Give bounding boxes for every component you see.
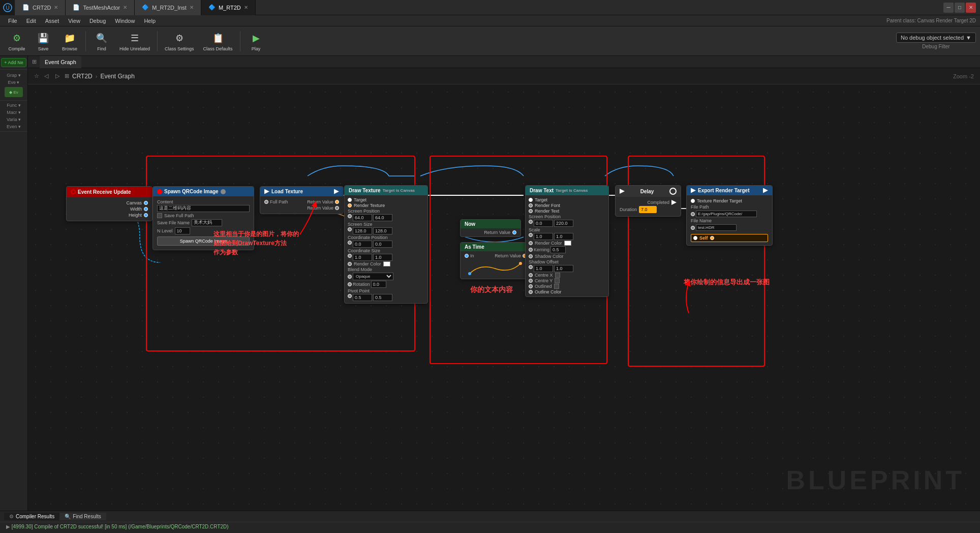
sidebar-varia-label[interactable]: Varia ▾: [1, 116, 26, 123]
tab-mrt2dinst[interactable]: 🔷 M_RT2D_Inst ✕: [135, 0, 201, 15]
zoom-indicator: Zoom -2: [953, 73, 974, 79]
render-color-swatch[interactable]: [383, 261, 390, 266]
hide-unrelated-icon: ☰: [128, 31, 142, 45]
breadcrumb-root[interactable]: CRT2D: [72, 73, 93, 80]
save-button[interactable]: 💾 Save: [30, 29, 56, 53]
hide-unrelated-button[interactable]: ☰ Hide Unrelated: [115, 29, 154, 53]
now-node[interactable]: Now Return Value: [460, 219, 521, 237]
spawn-left-pin: [157, 189, 162, 194]
parent-class-label: Parent class: Canvas Render Target 2D: [886, 18, 976, 23]
kerning-input[interactable]: [550, 246, 566, 253]
menu-window[interactable]: Window: [111, 17, 139, 25]
grid-icon: ⊞: [32, 58, 37, 65]
menu-asset[interactable]: Asset: [41, 17, 64, 25]
favorite-star-icon[interactable]: ☆: [34, 73, 39, 79]
pivot-x[interactable]: [353, 294, 372, 301]
export-render-target-node[interactable]: Export Render Target Texture Render Targ…: [686, 185, 773, 246]
tab-close4[interactable]: ✕: [244, 5, 248, 10]
outlined-checkbox[interactable]: [554, 284, 559, 289]
file-path-input[interactable]: [696, 211, 757, 217]
delay-node[interactable]: Delay Completed Duration: [615, 185, 681, 217]
coord-size-x[interactable]: [353, 254, 372, 261]
sidebar-even-label[interactable]: Even ▾: [1, 123, 26, 130]
minimize-button[interactable]: ─: [943, 3, 954, 13]
nlevel-input[interactable]: [175, 227, 190, 234]
compile-button[interactable]: ⚙ Compile: [4, 29, 29, 53]
close-button[interactable]: ✕: [966, 3, 976, 13]
menu-debug[interactable]: Debug: [85, 17, 110, 25]
save-file-name-input[interactable]: [192, 219, 222, 226]
blend-mode-select[interactable]: Opaque: [353, 273, 393, 280]
duration-input[interactable]: [639, 206, 657, 213]
pivot-y[interactable]: [373, 294, 392, 301]
menu-help[interactable]: Help: [140, 17, 160, 25]
dt-screen-pos-y[interactable]: [554, 220, 573, 227]
tab-close3[interactable]: ✕: [190, 5, 194, 10]
find-button[interactable]: 🔍 Find: [89, 29, 114, 53]
coord-pos-y[interactable]: [373, 241, 392, 248]
compile-log: [4999.30] Compile of CRT2D successful! […: [12, 524, 229, 529]
class-settings-button[interactable]: ⚙ Class Settings: [161, 29, 198, 53]
draw-texture-node[interactable]: Draw Texture Target is Canvas Target Ren…: [344, 185, 428, 304]
event-receive-update-node[interactable]: ⬡ Event Receive Update Canvas Width Heig…: [66, 186, 152, 221]
browse-button[interactable]: 📁 Browse: [57, 29, 82, 53]
sidebar-func-label[interactable]: Func ▾: [1, 102, 26, 109]
sidebar-macr-label[interactable]: Macr ▾: [1, 109, 26, 116]
shadow-x[interactable]: [534, 265, 553, 272]
save-full-path-checkbox[interactable]: [157, 213, 162, 218]
sidebar-ev-label[interactable]: Eve ▾: [1, 79, 26, 86]
screen-size-y[interactable]: [373, 227, 392, 234]
play-icon: ▶: [249, 31, 263, 45]
screen-pos-x[interactable]: [353, 214, 372, 221]
draw-text-node[interactable]: Draw Text Target is Canvas Target Render…: [525, 185, 609, 297]
find-results-tab[interactable]: 🔍 Find Results: [59, 513, 106, 520]
debug-dropdown[interactable]: No debug object selected ▼ Debug Filter: [896, 33, 976, 49]
event-graph-tab[interactable]: Event Graph: [40, 56, 81, 68]
astime-node[interactable]: As Time In Return Value: [460, 242, 531, 279]
tab-close[interactable]: ✕: [54, 5, 58, 10]
sidebar-ev-item: ◆ Ev: [5, 87, 23, 97]
tab-close2[interactable]: ✕: [123, 5, 127, 10]
menu-edit[interactable]: Edit: [22, 17, 40, 25]
class-settings-icon: ⚙: [172, 31, 187, 45]
add-new-button[interactable]: + Add Ne: [1, 58, 26, 67]
blueprint-watermark: BLUEPRINT: [786, 465, 965, 495]
dt-screen-pos-x[interactable]: [534, 220, 553, 227]
breadcrumb-graph-icon: ⊞: [65, 73, 69, 79]
dropdown-arrow-icon: ▼: [966, 35, 971, 41]
shadow-y[interactable]: [554, 265, 573, 272]
tab-mrt2d[interactable]: 🔷 M_RT2D ✕: [201, 0, 256, 15]
save-icon: 💾: [36, 31, 50, 45]
export-annotation: 将你绘制的信息导出成一张图: [684, 278, 770, 287]
file-name-input[interactable]: [696, 224, 737, 231]
compiler-results-tab[interactable]: ⚙ Compiler Results: [4, 513, 59, 520]
maximize-button[interactable]: □: [955, 3, 965, 13]
tab-icon2: 📄: [73, 4, 80, 11]
class-defaults-button[interactable]: 📋 Class Defaults: [199, 29, 237, 53]
add-new-section: + Add Ne: [0, 56, 27, 70]
screen-size-x[interactable]: [353, 227, 372, 234]
svg-text:U: U: [6, 5, 9, 11]
rotation-input[interactable]: [371, 281, 386, 288]
dt-scale-x[interactable]: [534, 233, 553, 240]
nav-back-icon[interactable]: ◁: [42, 72, 50, 80]
dt-scale-y[interactable]: [554, 233, 573, 240]
sidebar-graphs-label[interactable]: Grap ▾: [1, 72, 26, 79]
load-exec-out: [334, 189, 339, 194]
screen-pos-y[interactable]: [373, 214, 392, 221]
centre-x-checkbox[interactable]: [555, 273, 560, 278]
menu-file[interactable]: File: [4, 17, 21, 25]
coord-pos-x[interactable]: [353, 241, 372, 248]
coord-size-y[interactable]: [373, 254, 392, 261]
tab-testmeshactor[interactable]: 📄 TestMeshActor ✕: [66, 0, 135, 15]
menu-view[interactable]: View: [64, 17, 84, 25]
content-input[interactable]: [157, 205, 250, 212]
class-defaults-icon: 📋: [211, 31, 225, 45]
delay-exec-in: [620, 189, 625, 194]
tab-icon: 📄: [22, 4, 29, 11]
tab-crt2d[interactable]: 📄 CRT2D ✕: [15, 0, 66, 15]
play-button[interactable]: ▶ Play: [243, 29, 269, 53]
centre-y-checkbox[interactable]: [555, 278, 560, 283]
nav-forward-icon[interactable]: ▷: [53, 72, 62, 80]
dt-render-color-swatch[interactable]: [564, 241, 571, 246]
